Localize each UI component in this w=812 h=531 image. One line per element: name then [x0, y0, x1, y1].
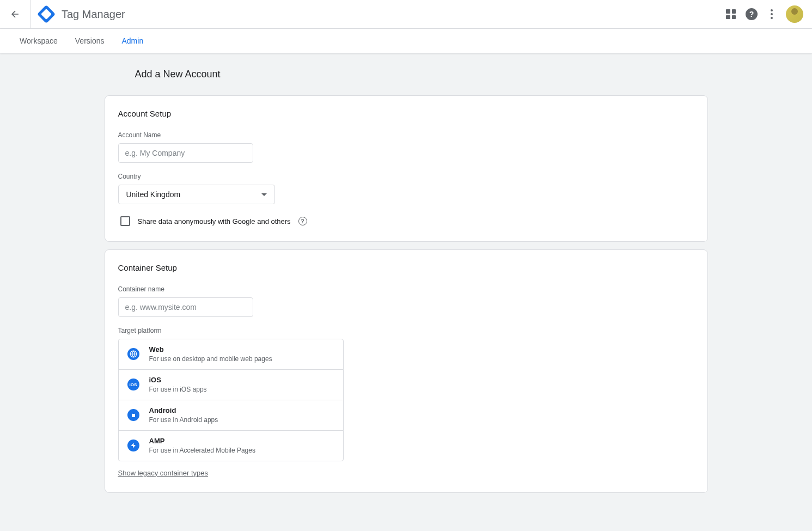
country-label: Country	[118, 173, 694, 180]
container-setup-card: Container Setup Container name Target pl…	[105, 249, 708, 493]
country-select[interactable]: United Kingdom	[118, 185, 275, 204]
legacy-container-link[interactable]: Show legacy container types	[118, 469, 208, 477]
ios-icon: iOS	[127, 379, 139, 390]
chevron-down-icon	[261, 193, 267, 196]
platform-list: Web For use on desktop and mobile web pa…	[118, 339, 344, 461]
tab-admin[interactable]: Admin	[113, 29, 152, 53]
account-setup-title: Account Setup	[118, 109, 694, 118]
platform-option-ios[interactable]: iOS iOS For use in iOS apps	[119, 370, 343, 400]
svg-point-3	[134, 413, 135, 413]
android-icon	[127, 409, 139, 421]
page-title: Add a New Account	[135, 69, 708, 80]
platform-desc: For use in iOS apps	[149, 385, 334, 394]
app-logo-icon	[37, 5, 56, 23]
account-setup-card: Account Setup Account Name Country Unite…	[105, 95, 708, 242]
apps-icon[interactable]	[726, 9, 736, 19]
share-data-label: Share data anonymously with Google and o…	[138, 217, 291, 225]
container-name-label: Container name	[118, 285, 694, 293]
account-name-label: Account Name	[118, 131, 694, 139]
tab-versions[interactable]: Versions	[66, 29, 113, 53]
platform-label: Target platform	[118, 327, 694, 334]
amp-icon	[127, 440, 139, 451]
app-header: Tag Manager ?	[0, 0, 812, 29]
platform-name: Web	[149, 345, 334, 355]
web-icon	[127, 348, 139, 360]
container-name-input[interactable]	[118, 297, 253, 317]
platform-desc: For use on desktop and mobile web pages	[149, 355, 334, 364]
account-name-input[interactable]	[118, 143, 253, 163]
info-icon[interactable]: ?	[298, 217, 307, 225]
more-icon[interactable]	[767, 9, 776, 19]
header-divider	[30, 0, 31, 29]
app-title: Tag Manager	[62, 8, 726, 21]
platform-option-amp[interactable]: AMP For use in Accelerated Mobile Pages	[119, 431, 343, 461]
help-icon[interactable]: ?	[746, 8, 758, 20]
share-data-checkbox[interactable]	[120, 216, 130, 226]
country-value: United Kingdom	[126, 190, 181, 199]
container-setup-title: Container Setup	[118, 263, 694, 272]
platform-name: iOS	[149, 375, 334, 385]
svg-rect-1	[132, 414, 135, 417]
platform-desc: For use in Android apps	[149, 416, 334, 425]
platform-name: AMP	[149, 436, 334, 446]
tab-workspace[interactable]: Workspace	[11, 29, 66, 53]
nav-tabs: Workspace Versions Admin	[0, 29, 812, 53]
svg-point-2	[132, 413, 133, 413]
platform-desc: For use in Accelerated Mobile Pages	[149, 446, 334, 455]
avatar[interactable]	[786, 5, 803, 23]
platform-option-android[interactable]: Android For use in Android apps	[119, 400, 343, 431]
platform-option-web[interactable]: Web For use on desktop and mobile web pa…	[119, 339, 343, 370]
platform-name: Android	[149, 406, 334, 416]
back-button[interactable]	[9, 8, 22, 21]
